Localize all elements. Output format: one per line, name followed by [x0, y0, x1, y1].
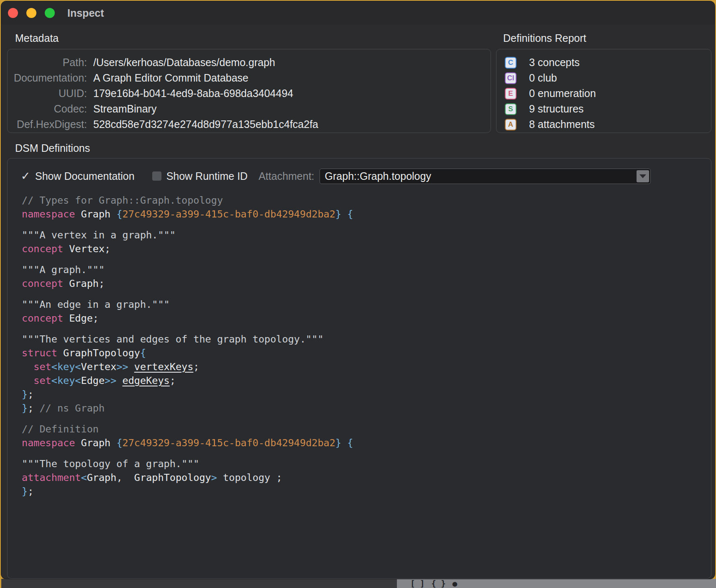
- report-items: C3 conceptsCl0 clubE0 enumerationS9 stru…: [505, 55, 711, 132]
- metadata-field-label: Codec:: [8, 103, 87, 115]
- dsm-section-title: DSM Definitions: [15, 142, 90, 154]
- code-line: namespace Graph {27c49329-a399-415c-baf0…: [22, 436, 703, 450]
- code-line: [22, 256, 703, 263]
- club-badge-icon: Cl: [505, 72, 517, 84]
- metadata-section-title: Metadata: [15, 32, 59, 44]
- code-line: [22, 415, 703, 422]
- show-runtime-id-label: Show Runtime ID: [166, 170, 248, 182]
- report-item-label: 0 club: [529, 72, 557, 84]
- close-window-button[interactable]: [8, 8, 18, 18]
- report-item: Cl0 club: [505, 70, 711, 86]
- attachment-dropdown-value: Graph::Graph.topology: [325, 170, 431, 182]
- titlebar: Inspect: [1, 1, 715, 25]
- attachment-dropdown[interactable]: Graph::Graph.topology: [320, 169, 651, 184]
- code-line: set<key<Edge>> edgeKeys;: [22, 374, 703, 388]
- code-line: }; // ns Graph: [22, 401, 703, 415]
- code-block: // Types for Graph::Graph.topologynamesp…: [22, 194, 703, 499]
- metadata-field-value: StreamBinary: [93, 103, 156, 115]
- structure-badge-icon: S: [505, 103, 517, 115]
- background-icon: { }: [431, 579, 445, 588]
- metadata-row: Path:/Users/kerhoas/Databases/demo.graph: [8, 55, 491, 70]
- show-documentation-label: Show Documentation: [35, 170, 135, 182]
- attachment-label: Attachment:: [258, 170, 314, 182]
- report-section-title: Definitions Report: [503, 32, 586, 44]
- report-item: C3 concepts: [505, 55, 711, 70]
- code-line: [22, 450, 703, 457]
- metadata-field-value: /Users/kerhoas/Databases/demo.graph: [93, 56, 275, 69]
- report-panel: C3 conceptsCl0 clubE0 enumerationS9 stru…: [496, 49, 711, 133]
- code-line: struct GraphTopology{: [22, 346, 703, 360]
- metadata-field-label: Def.HexDigest:: [8, 118, 87, 130]
- report-item: E0 enumeration: [505, 86, 711, 101]
- chevron-down-icon[interactable]: [637, 170, 649, 182]
- metadata-row: Codec:StreamBinary: [8, 101, 491, 117]
- metadata-panel: Path:/Users/kerhoas/Databases/demo.graph…: [7, 49, 491, 133]
- checkbox-unchecked-icon[interactable]: [152, 171, 161, 181]
- code-line: """The vertices and edges of the graph t…: [22, 332, 703, 346]
- report-item: A8 attachments: [505, 117, 711, 132]
- metadata-rows: Path:/Users/kerhoas/Databases/demo.graph…: [8, 55, 491, 132]
- checkbox-checked-icon[interactable]: ✓: [21, 171, 30, 181]
- code-line: };: [22, 388, 703, 401]
- code-line: concept Vertex;: [22, 242, 703, 256]
- report-item-label: 3 concepts: [529, 56, 580, 69]
- code-line: // Definition: [22, 422, 703, 436]
- code-line: """An edge in a graph.""": [22, 298, 703, 312]
- concept-badge-icon: C: [505, 57, 517, 69]
- zoom-window-button[interactable]: [45, 8, 55, 18]
- code-line: namespace Graph {27c49329-a399-415c-baf0…: [22, 207, 703, 221]
- code-line: // Types for Graph::Graph.topology: [22, 194, 703, 207]
- code-line: concept Edge;: [22, 312, 703, 325]
- metadata-field-label: UUID:: [8, 87, 87, 100]
- metadata-field-value: A Graph Editor Commit Database: [93, 72, 248, 84]
- attachment-badge-icon: A: [505, 119, 517, 130]
- code-line: attachment<Graph, GraphTopology> topolog…: [22, 471, 703, 485]
- dsm-controls: ✓ Show Documentation Show Runtime ID Att…: [21, 168, 651, 184]
- dsm-panel: ✓ Show Documentation Show Runtime ID Att…: [7, 158, 711, 579]
- code-line: };: [22, 485, 703, 499]
- code-line: [22, 325, 703, 332]
- background-icon: ●: [453, 579, 457, 588]
- inspect-window: Inspect Metadata Definitions Report Path…: [1, 1, 715, 579]
- code-line: """The topology of a graph.""": [22, 457, 703, 471]
- code-line: concept Graph;: [22, 277, 703, 291]
- report-item-label: 0 enumeration: [529, 87, 596, 100]
- metadata-field-label: Documentation:: [8, 72, 87, 84]
- metadata-row: Documentation:A Graph Editor Commit Data…: [8, 70, 491, 86]
- code-line: [22, 221, 703, 228]
- show-runtime-id-checkbox[interactable]: Show Runtime ID: [152, 170, 248, 182]
- minimize-window-button[interactable]: [26, 8, 36, 18]
- metadata-row: Def.HexDigest:528cd58e7d3274e274d8d977a1…: [8, 117, 491, 132]
- code-line: """A vertex in a graph.""": [22, 228, 703, 242]
- metadata-row: UUID:179e16b4-b041-4ed9-8aba-698da340449…: [8, 86, 491, 101]
- strip-icons: [ ]{ }●: [410, 579, 457, 588]
- report-item-label: 8 attachments: [529, 118, 595, 130]
- enumeration-badge-icon: E: [505, 88, 517, 100]
- show-documentation-checkbox[interactable]: ✓ Show Documentation: [21, 170, 135, 182]
- code-line: [22, 291, 703, 298]
- report-item-label: 9 structures: [529, 103, 584, 115]
- code-line: set<key<Vertex>> vertexKeys;: [22, 360, 703, 374]
- metadata-field-label: Path:: [8, 56, 87, 69]
- report-item: S9 structures: [505, 101, 711, 117]
- metadata-field-value: 179e16b4-b041-4ed9-8aba-698da3404494: [93, 87, 293, 100]
- metadata-field-value: 528cd58e7d3274e274d8d977a135ebb1c4fca2fa: [93, 118, 318, 130]
- code-line: """A graph.""": [22, 263, 703, 277]
- background-window-strip: [ ]{ }●: [1, 579, 716, 588]
- background-icon: [ ]: [410, 579, 424, 588]
- window-title: Inspect: [67, 7, 104, 19]
